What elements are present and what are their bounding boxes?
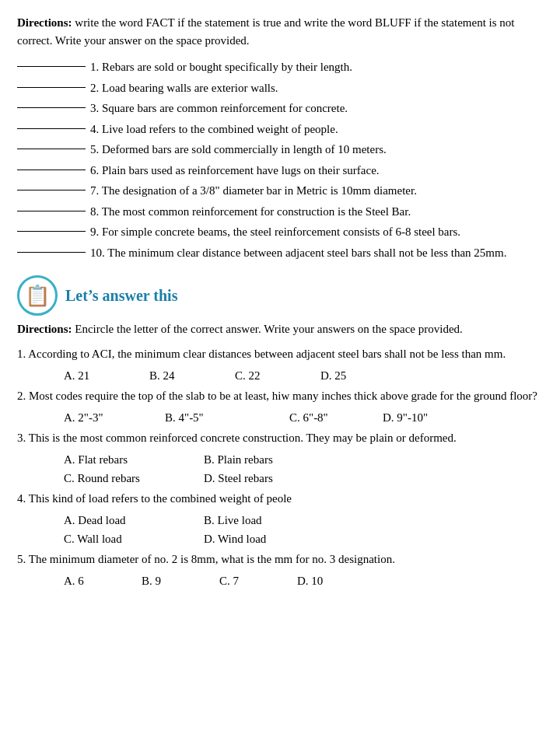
blank-item-6: 6. Plain bars used as reinforcement have…: [17, 162, 543, 180]
blank-item-text-10: 10. The minimum clear distance between a…: [90, 244, 543, 262]
q2-choice-c: C. 6"-8": [289, 408, 398, 427]
blank-item-text-4: 4. Live load refers to the combined weig…: [90, 121, 543, 138]
q5-text: The minimum diameter of no. 2 is 8mm, wh…: [29, 553, 395, 565]
papers-icon: 📋: [25, 284, 50, 308]
q4-choice-b: B. Live load: [204, 511, 359, 530]
q5-choices: A. 6 B. 9 C. 7 D. 10: [64, 571, 543, 590]
q2-choices: A. 2"-3" B. 4"-5" C. 6"-8" D. 9"-10": [64, 408, 543, 427]
question-1: 1. According to ACI, the minimum clear d…: [17, 344, 543, 363]
q2-choice-b: B. 4"-5": [165, 408, 289, 427]
blank-item-text-5: 5. Deformed bars are sold commercially i…: [90, 141, 543, 159]
q3-text: This is the most common reinforced concr…: [29, 432, 457, 444]
blank-item-text-1: 1. Rebars are sold or bought specificall…: [90, 58, 543, 76]
lets-answer-title: Let’s answer this: [65, 287, 177, 305]
q1-text: According to ACI, the minimum clear dist…: [28, 348, 506, 360]
section-icon-circle: 📋: [17, 275, 58, 316]
q4-choices: A. Dead load B. Live load C. Wall load D…: [64, 511, 543, 548]
lets-answer-section: 📋 Let’s answer this Directions: Encircle…: [17, 275, 543, 590]
q4-choice-d: D. Wind load: [204, 530, 359, 548]
q1-choice-c: C. 22: [235, 366, 320, 385]
blank-item-8: 8. The most common reinforcement for con…: [17, 203, 543, 221]
directions-text-2: Encircle the letter of the correct answe…: [72, 323, 463, 335]
blank-line-4: [17, 128, 86, 129]
lets-answer-header: 📋 Let’s answer this: [17, 275, 543, 316]
blank-line-10: [17, 252, 86, 253]
blank-item-4: 4. Live load refers to the combined weig…: [17, 121, 543, 138]
mcq-section: 1. According to ACI, the minimum clear d…: [17, 344, 543, 590]
q2-text: Most codes require the top of the slab t…: [29, 390, 537, 402]
q1-choices: A. 21 B. 24 C. 22 D. 25: [64, 366, 543, 385]
q4-num: 4.: [17, 492, 26, 505]
q1-choice-d: D. 25: [320, 366, 406, 385]
q5-num: 5.: [17, 553, 26, 565]
q2-num: 2.: [17, 390, 26, 402]
directions-label-2: Directions:: [17, 323, 72, 335]
question-4: 4. This kind of load refers to the combi…: [17, 489, 543, 508]
question-3: 3. This is the most common reinforced co…: [17, 428, 543, 447]
directions-1: Directions: write the word FACT if the s…: [17, 14, 543, 49]
blank-item-2: 2. Load bearing walls are exterior walls…: [17, 79, 543, 97]
blank-item-3: 3. Square bars are common reinforcement …: [17, 100, 543, 117]
q3-choice-a: A. Flat rebars: [64, 450, 204, 469]
blank-item-text-3: 3. Square bars are common reinforcement …: [90, 100, 543, 117]
q3-choice-c: C. Round rebars: [64, 469, 204, 488]
fill-blank-section: 1. Rebars are sold or bought specificall…: [17, 58, 543, 261]
blank-item-7: 7. The designation of a 3/8" diameter ba…: [17, 182, 543, 200]
q4-text: This kind of load refers to the combined…: [29, 492, 292, 505]
blank-item-text-2: 2. Load bearing walls are exterior walls…: [90, 79, 543, 97]
q1-choice-b: B. 24: [149, 366, 235, 385]
q1-choice-a: A. 21: [64, 366, 149, 385]
q4-choice-c: C. Wall load: [64, 530, 204, 548]
q1-num: 1.: [17, 348, 26, 360]
blank-item-text-8: 8. The most common reinforcement for con…: [90, 203, 543, 221]
blank-line-2: [17, 87, 86, 88]
blank-line-8: [17, 211, 86, 211]
q3-num: 3.: [17, 432, 26, 444]
blank-line-3: [17, 107, 86, 108]
blank-item-10: 10. The minimum clear distance between a…: [17, 244, 543, 262]
blank-line-5: [17, 149, 86, 149]
directions-2: Directions: Encircle the letter of the c…: [17, 320, 543, 338]
question-2: 2. Most codes require the top of the sla…: [17, 386, 543, 405]
q5-choice-a: A. 6: [64, 571, 142, 590]
blank-item-5: 5. Deformed bars are sold commercially i…: [17, 141, 543, 159]
directions-label-1: Directions:: [17, 16, 72, 29]
q5-choice-d: D. 10: [297, 571, 375, 590]
blank-item-9: 9. For simple concrete beams, the steel …: [17, 223, 543, 241]
q3-choice-b: B. Plain rebars: [204, 450, 359, 469]
blank-line-7: [17, 190, 86, 190]
blank-line-1: [17, 66, 86, 67]
blank-item-1: 1. Rebars are sold or bought specificall…: [17, 58, 543, 76]
blank-item-text-9: 9. For simple concrete beams, the steel …: [90, 223, 543, 241]
q4-choice-a: A. Dead load: [64, 511, 204, 530]
q5-choice-c: C. 7: [219, 571, 297, 590]
directions-text-1: write the word FACT if the statement is …: [17, 16, 514, 47]
q3-choice-d: D. Steel rebars: [204, 469, 359, 488]
question-5: 5. The minimum diameter of no. 2 is 8mm,…: [17, 550, 543, 568]
blank-item-text-6: 6. Plain bars used as reinforcement have…: [90, 162, 543, 180]
q5-choice-b: B. 9: [142, 571, 219, 590]
q3-choices: A. Flat rebars B. Plain rebars C. Round …: [64, 450, 543, 488]
blank-item-text-7: 7. The designation of a 3/8" diameter ba…: [90, 182, 543, 200]
blank-line-6: [17, 170, 86, 170]
q2-choice-d: D. 9"-10": [383, 408, 492, 427]
blank-line-9: [17, 231, 86, 232]
q2-choice-a: A. 2"-3": [64, 408, 173, 427]
